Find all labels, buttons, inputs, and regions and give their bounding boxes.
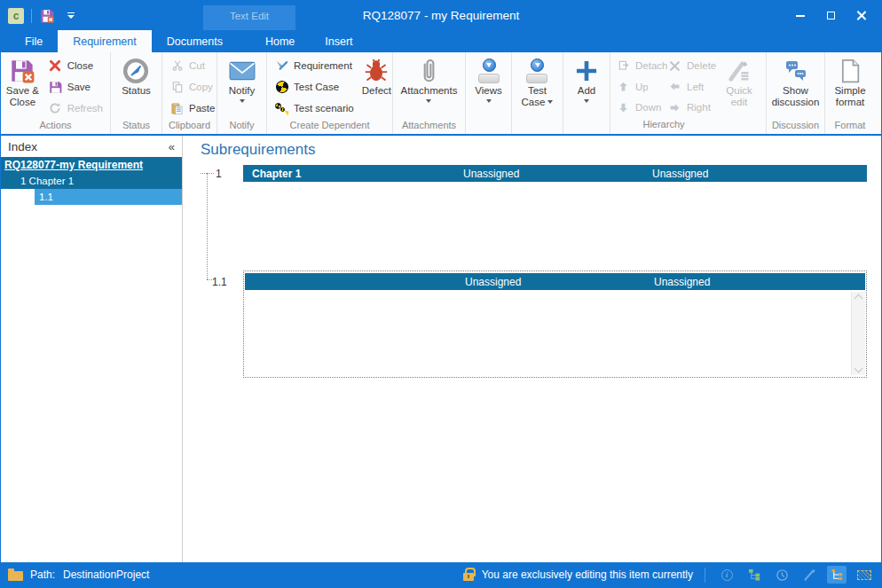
path-value: DestinationProject xyxy=(63,568,149,581)
tab-home[interactable]: Home xyxy=(250,30,310,52)
status-label: Status xyxy=(122,85,151,97)
tab-documents[interactable]: Documents xyxy=(152,30,238,52)
details-box-button[interactable] xyxy=(854,566,874,584)
minimize-button[interactable] xyxy=(789,6,812,26)
save-label: Save xyxy=(67,82,91,92)
subrequirement-header-1-1[interactable]: Unassigned Unassigned xyxy=(245,273,865,290)
left-icon xyxy=(667,79,682,94)
status-button[interactable]: Status xyxy=(119,55,154,119)
cut-button[interactable]: Cut xyxy=(166,56,218,75)
ribbon-group-actions: Save & Close Close xyxy=(1,52,111,134)
group-label-notify: Notify xyxy=(217,119,266,134)
paste-icon xyxy=(169,101,185,116)
detach-button[interactable]: Detach xyxy=(612,56,664,75)
ribbon-group-notify: Notify Notify xyxy=(217,52,267,134)
group-label-discussion: Discussion xyxy=(767,119,824,134)
test-case-button[interactable]: Test Case xyxy=(519,55,556,119)
create-requirement-button[interactable]: Requirement xyxy=(271,56,358,75)
close-window-button[interactable] xyxy=(849,6,872,26)
status-icon xyxy=(122,57,149,85)
show-discussion-button[interactable]: Show discussion xyxy=(768,55,823,119)
app-icon[interactable]: c xyxy=(8,8,24,24)
scroll-down-icon[interactable] xyxy=(854,365,863,373)
cut-label: Cut xyxy=(189,60,205,71)
tree-item-chapter[interactable]: 1 Chapter 1 xyxy=(1,173,182,189)
details-box-icon xyxy=(857,570,871,580)
refresh-button[interactable]: Refresh xyxy=(44,98,106,118)
move-left-button[interactable]: Left xyxy=(664,77,717,97)
tree-item-root[interactable]: RQ128077-my Requirement xyxy=(1,157,182,173)
notify-label: Notify xyxy=(229,85,255,97)
views-button[interactable]: Views xyxy=(472,55,504,119)
collapse-panel-icon[interactable]: « xyxy=(169,140,175,153)
ribbon-tab-row: File Requirement Documents Home Insert xyxy=(1,30,881,52)
paste-button[interactable]: Paste xyxy=(166,98,218,118)
scroll-up-icon[interactable] xyxy=(854,294,863,303)
requirement-icon xyxy=(274,59,289,74)
hierarchy-green-button[interactable] xyxy=(744,566,764,584)
owner-field-2[interactable]: Unassigned xyxy=(652,168,867,180)
pen-status-icon xyxy=(803,568,816,582)
subrequirement-editor[interactable] xyxy=(245,290,865,376)
add-button[interactable]: Add xyxy=(571,55,602,119)
owner-field-1[interactable]: Unassigned xyxy=(463,168,652,180)
move-down-button[interactable]: Down xyxy=(612,98,664,117)
notify-icon xyxy=(229,57,256,85)
refresh-icon xyxy=(48,101,63,116)
create-test-scenario-label: Test scenario xyxy=(294,103,354,114)
test-scenario-icon xyxy=(274,101,289,116)
tree-item-1-1[interactable]: 1.1 xyxy=(1,189,182,205)
index-panel: Index « RQ128077-my Requirement 1 Chapte… xyxy=(1,136,183,562)
ribbon-group-test-case: Test Case xyxy=(512,52,563,134)
qat-separator xyxy=(31,9,32,23)
ribbon-group-create-dependent: Requirement Test Case xyxy=(267,52,393,134)
tree-view-button[interactable] xyxy=(827,566,847,584)
delete-button[interactable]: Delete xyxy=(664,56,717,75)
subrequirements-list: 1 Chapter 1 Unassigned Unassigned 1.1 Un… xyxy=(201,165,867,378)
save-icon xyxy=(48,80,63,95)
tree-connector xyxy=(207,279,214,280)
add-icon xyxy=(574,57,599,85)
create-defect-button[interactable]: Defect xyxy=(359,55,394,119)
owner-field-2[interactable]: Unassigned xyxy=(654,276,865,288)
subrequirement-header-1[interactable]: Chapter 1 Unassigned Unassigned xyxy=(243,165,867,182)
lock-icon xyxy=(463,573,474,581)
attachments-button[interactable]: Attachments xyxy=(398,55,461,119)
save-button[interactable]: Save xyxy=(44,77,106,97)
group-label-test-case xyxy=(512,119,563,134)
page-title: Subrequirements xyxy=(201,141,867,159)
copy-button[interactable]: Copy xyxy=(166,77,218,97)
notify-button[interactable]: Notify xyxy=(226,55,258,119)
qat-save-close-icon[interactable] xyxy=(39,8,55,24)
tab-insert[interactable]: Insert xyxy=(310,30,367,52)
group-label-actions: Actions xyxy=(1,119,110,134)
show-discussion-icon xyxy=(784,57,808,85)
subrequirement-body-1[interactable] xyxy=(201,182,867,270)
add-dropdown-icon xyxy=(584,99,589,103)
editor-scrollbar[interactable] xyxy=(851,292,865,375)
quick-edit-button[interactable]: Quick edit xyxy=(717,55,761,119)
create-test-scenario-button[interactable]: Test scenario xyxy=(271,98,358,118)
create-requirement-label: Requirement xyxy=(294,60,352,71)
simple-format-button[interactable]: Simple format xyxy=(827,55,873,119)
index-panel-title: Index xyxy=(8,140,37,153)
pen-status-button[interactable] xyxy=(799,566,819,584)
info-button[interactable]: i xyxy=(717,566,736,584)
save-and-close-button[interactable]: Save & Close xyxy=(3,55,43,119)
move-up-button[interactable]: Up xyxy=(612,77,664,97)
owner-field-1[interactable]: Unassigned xyxy=(465,276,654,288)
tab-requirement[interactable]: Requirement xyxy=(58,30,152,52)
qat-dropdown-icon[interactable] xyxy=(67,12,75,19)
history-button[interactable] xyxy=(772,566,791,584)
maximize-button[interactable] xyxy=(819,6,842,26)
group-label-clipboard: Clipboard xyxy=(162,119,217,134)
tree-view-icon xyxy=(831,568,844,581)
close-button[interactable]: Close xyxy=(44,56,106,75)
close-window-icon xyxy=(856,11,866,20)
attachments-label: Attachments xyxy=(401,85,458,97)
move-right-button[interactable]: Right xyxy=(664,98,717,117)
content-area: Index « RQ128077-my Requirement 1 Chapte… xyxy=(1,136,881,562)
tab-file[interactable]: File xyxy=(10,30,58,52)
down-icon xyxy=(616,100,631,115)
create-test-case-button[interactable]: Test Case xyxy=(271,77,358,97)
